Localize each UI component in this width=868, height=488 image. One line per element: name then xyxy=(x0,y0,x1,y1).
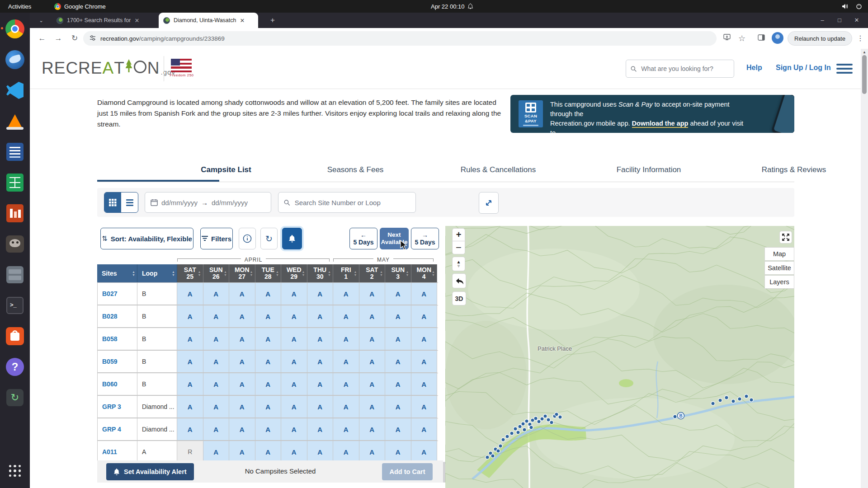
campsite-marker[interactable] xyxy=(745,394,748,398)
availability-cell[interactable]: A xyxy=(255,328,282,350)
campsite-marker[interactable] xyxy=(555,413,558,416)
map-compass-button[interactable]: ▲▼ xyxy=(452,257,465,271)
availability-cell[interactable]: A xyxy=(203,283,230,305)
availability-cell[interactable]: A xyxy=(359,418,386,441)
expand-table-button[interactable] xyxy=(479,192,499,214)
availability-cell[interactable]: A xyxy=(255,373,282,395)
menu-hamburger-icon[interactable] xyxy=(836,62,853,75)
availability-cell[interactable]: A xyxy=(411,373,438,395)
availability-cell[interactable]: A xyxy=(385,441,411,463)
availability-cell[interactable]: A xyxy=(177,305,203,328)
availability-cell[interactable]: A xyxy=(177,283,203,305)
availability-cell[interactable]: A xyxy=(385,418,411,441)
profile-avatar[interactable] xyxy=(772,32,783,44)
availability-cell[interactable]: A xyxy=(359,441,386,463)
campsite-marker[interactable] xyxy=(516,431,520,434)
scrollbar-thumb[interactable] xyxy=(862,55,867,94)
availability-cell[interactable]: A xyxy=(359,373,386,395)
dock-thunderbird-icon[interactable] xyxy=(4,49,26,70)
dock-libreoffice-calc-icon[interactable] xyxy=(4,172,26,193)
availability-cell[interactable]: A xyxy=(307,418,334,441)
campsite-marker[interactable] xyxy=(525,419,528,423)
day-column-header-tue-28[interactable]: TUE28▲▼ xyxy=(255,264,282,282)
day-column-header-sun-3[interactable]: SUN3▲▼ xyxy=(385,264,411,282)
dock-libreoffice-writer-icon[interactable] xyxy=(4,141,26,163)
tab-campsite-list[interactable]: Campsite List xyxy=(201,165,251,174)
clock[interactable]: Apr 22 00:10 xyxy=(431,0,473,13)
campsite-marker[interactable] xyxy=(550,421,553,424)
dock-vscode-icon[interactable] xyxy=(4,80,26,101)
day-column-header-wed-29[interactable]: WED29▲▼ xyxy=(281,264,307,282)
availability-cell[interactable]: A xyxy=(203,396,230,418)
availability-cell[interactable]: A xyxy=(255,441,282,463)
browser-tab-diamond[interactable]: Diamond, Uinta-Wasatch ✕ xyxy=(159,13,258,28)
availability-cell[interactable]: A xyxy=(333,396,359,418)
availability-cell[interactable]: A xyxy=(333,441,359,463)
availability-cell[interactable]: A xyxy=(203,441,230,463)
availability-cell[interactable]: A xyxy=(385,283,411,305)
availability-cell[interactable]: A xyxy=(229,328,255,350)
availability-cell[interactable]: A xyxy=(203,328,230,350)
refresh-button[interactable]: ↻ xyxy=(260,228,278,249)
availability-cell[interactable]: A xyxy=(281,396,307,418)
availability-cell[interactable]: A xyxy=(281,283,307,305)
availability-cell[interactable]: A xyxy=(229,373,255,395)
campsite-marker[interactable] xyxy=(540,417,544,421)
site-link[interactable]: B027 xyxy=(97,283,137,305)
power-icon[interactable] xyxy=(856,0,862,13)
site-link[interactable]: B059 xyxy=(97,351,137,373)
availability-cell[interactable]: A xyxy=(411,441,438,463)
availability-cell[interactable]: A xyxy=(359,305,386,328)
availability-cell[interactable]: A xyxy=(281,418,307,441)
campsite-marker[interactable] xyxy=(711,402,715,405)
availability-cell[interactable]: A xyxy=(255,305,282,328)
availability-cell[interactable]: A xyxy=(307,441,334,463)
campsite-marker[interactable] xyxy=(738,397,741,401)
campsite-marker[interactable] xyxy=(725,396,728,399)
availability-cell[interactable]: A xyxy=(333,283,359,305)
filters-button[interactable]: Filters xyxy=(200,228,233,249)
map-back-button[interactable] xyxy=(452,273,466,288)
address-bar[interactable]: recreation.gov/camping/campgrounds/23386… xyxy=(83,31,717,46)
campsite-marker[interactable] xyxy=(486,455,489,459)
dock-help-icon[interactable]: ? xyxy=(4,356,26,378)
site-link[interactable]: GRP 3 xyxy=(97,396,137,418)
availability-cell[interactable]: A xyxy=(411,305,438,328)
campsite-marker[interactable] xyxy=(514,427,517,431)
availability-cell[interactable]: A xyxy=(307,373,334,395)
availability-cell[interactable]: A xyxy=(177,418,203,441)
availability-cell[interactable]: A xyxy=(229,418,255,441)
scroll-up-arrow-icon[interactable]: ▲ xyxy=(863,50,866,54)
availability-cell[interactable]: A xyxy=(385,305,411,328)
volume-icon[interactable] xyxy=(842,0,849,13)
grid-view-button[interactable] xyxy=(104,192,121,212)
dock-chrome-icon[interactable] xyxy=(4,18,26,40)
back-button[interactable]: ← xyxy=(36,33,48,44)
day-column-header-fri-1[interactable]: FRI1▲▼ xyxy=(333,264,359,282)
previous-5-days-button[interactable]: ←5 Days xyxy=(349,228,377,249)
dock-gimp-icon[interactable] xyxy=(4,233,26,255)
campsite-marker[interactable] xyxy=(505,435,509,438)
reload-button[interactable]: ↻ xyxy=(69,33,80,44)
sites-column-header[interactable]: Sites▲▼ xyxy=(97,264,137,282)
availability-cell[interactable]: A xyxy=(255,418,282,441)
set-availability-alert-button[interactable]: Set Availability Alert xyxy=(106,463,194,480)
site-search-box[interactable] xyxy=(278,192,416,213)
side-panel-icon[interactable] xyxy=(755,33,767,44)
add-to-cart-button[interactable]: Add to Cart xyxy=(382,463,433,480)
campsite-marker[interactable] xyxy=(496,449,500,453)
window-maximize-button[interactable]: □ xyxy=(834,16,845,25)
campsite-marker[interactable] xyxy=(731,399,735,403)
campsite-marker[interactable] xyxy=(523,428,526,432)
availability-alert-bell-button[interactable] xyxy=(282,228,302,249)
campsite-marker[interactable] xyxy=(537,420,541,423)
dock-software-updater-icon[interactable]: ↻ xyxy=(4,387,26,408)
availability-cell[interactable]: R xyxy=(177,441,203,463)
map-style-map-button[interactable]: Map xyxy=(764,247,794,261)
availability-cell[interactable]: A xyxy=(385,396,411,418)
window-minimize-button[interactable]: – xyxy=(816,16,828,25)
availability-cell[interactable]: A xyxy=(203,418,230,441)
availability-cell[interactable]: A xyxy=(411,328,438,350)
campsite-marker[interactable] xyxy=(750,398,753,402)
map-zoom-in-button[interactable]: + xyxy=(452,228,465,241)
